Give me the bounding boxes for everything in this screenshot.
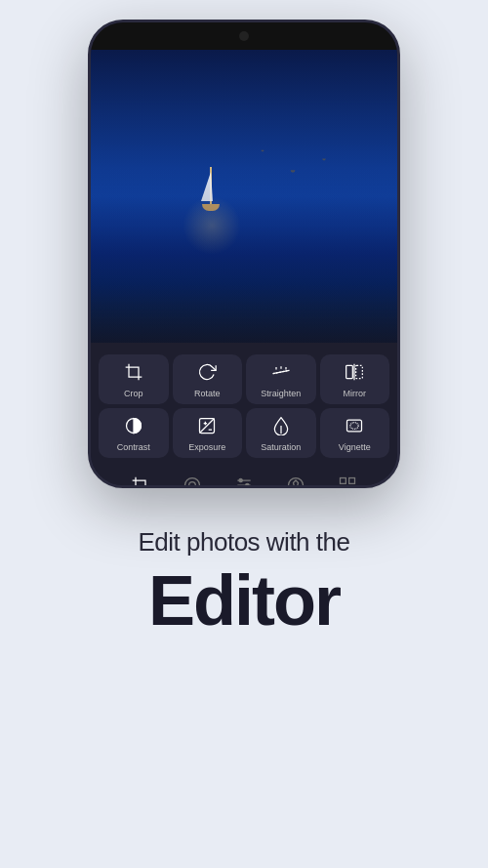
vignette-icon xyxy=(345,416,364,438)
mirror-icon xyxy=(345,362,364,385)
tool-rotate[interactable]: Rotate xyxy=(173,354,243,404)
subtitle-text: Edit photos with the xyxy=(139,527,350,558)
tool-straighten[interactable]: Straighten xyxy=(246,354,316,404)
straighten-icon xyxy=(271,362,291,385)
rotate-icon xyxy=(197,362,217,385)
vignette-label: Vignette xyxy=(339,442,371,452)
svg-line-10 xyxy=(200,419,215,434)
svg-rect-15 xyxy=(347,420,362,432)
crop-icon xyxy=(124,362,143,385)
svg-line-1 xyxy=(272,370,289,373)
exposure-icon xyxy=(197,416,217,438)
crop-tab[interactable] xyxy=(127,472,154,488)
grid-tab[interactable] xyxy=(334,472,361,488)
svg-rect-27 xyxy=(349,478,355,484)
photo-area xyxy=(91,50,397,343)
contrast-icon xyxy=(124,416,143,438)
bottom-toolbar xyxy=(99,466,389,488)
svg-rect-28 xyxy=(341,487,346,488)
rotate-label: Rotate xyxy=(194,389,221,398)
saturation-label: Saturation xyxy=(261,442,301,452)
exposure-label: Exposure xyxy=(188,442,225,452)
svg-point-22 xyxy=(239,478,242,481)
straighten-label: Straighten xyxy=(261,389,301,398)
svg-point-17 xyxy=(184,478,199,489)
text-section: Edit photos with the Editor xyxy=(119,527,370,636)
editor-panel: Crop Rotate xyxy=(91,343,397,488)
svg-rect-6 xyxy=(356,365,363,378)
contrast-label: Contrast xyxy=(117,442,150,452)
tool-mirror[interactable]: Mirror xyxy=(320,354,390,404)
tool-crop[interactable]: Crop xyxy=(99,354,169,404)
mirror-label: Mirror xyxy=(344,389,367,398)
svg-point-25 xyxy=(289,478,304,489)
phone-frame: Crop Rotate xyxy=(88,20,400,488)
svg-rect-26 xyxy=(341,478,346,484)
camera-hole xyxy=(239,31,249,41)
phone-mockup: Crop Rotate xyxy=(88,20,400,488)
tools-grid: Crop Rotate xyxy=(99,354,389,458)
svg-point-18 xyxy=(188,482,195,488)
tool-saturation[interactable]: Saturation xyxy=(246,408,316,458)
phone-top-bar xyxy=(91,22,397,50)
svg-rect-29 xyxy=(349,487,355,488)
adjust-tab[interactable] xyxy=(230,472,258,488)
filter-tab[interactable] xyxy=(179,472,206,488)
photo-fade xyxy=(91,284,397,343)
svg-point-23 xyxy=(246,483,249,486)
svg-point-16 xyxy=(350,423,358,430)
tool-exposure[interactable]: Exposure xyxy=(173,408,243,458)
crop-label: Crop xyxy=(124,389,143,398)
svg-rect-5 xyxy=(346,365,353,378)
paint-tab[interactable] xyxy=(282,472,309,488)
tool-vignette[interactable]: Vignette xyxy=(320,408,390,458)
main-title-text: Editor xyxy=(139,565,350,636)
tool-contrast[interactable]: Contrast xyxy=(99,408,169,458)
saturation-icon xyxy=(271,416,291,438)
